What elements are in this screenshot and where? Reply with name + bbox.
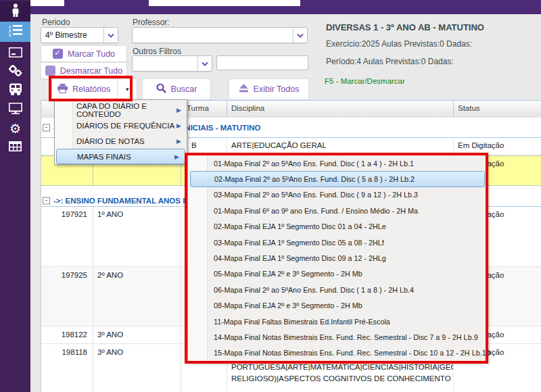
top-strip <box>30 6 541 14</box>
monitor-icon <box>9 103 22 117</box>
desmarcar-tudo-button[interactable]: Desmarcar Tudo <box>41 62 127 79</box>
disciplina-line: RELIGIOSO)|ASPECTOS COGNITIVOS DE CONHEC… <box>231 374 454 383</box>
buscar-button[interactable]: Buscar <box>142 78 211 100</box>
sidebar: 123 ⚙ <box>0 0 30 392</box>
submenu-item[interactable]: 06-Mapa Final 2º ao 5ºAno Ens. Fund. Dis… <box>188 282 487 297</box>
collapse-icon[interactable]: − <box>43 124 50 131</box>
submenu-item[interactable]: 01-Mapa Final 6º ao 9º ano Ens. Fund. / … <box>188 203 487 218</box>
marcar-tudo-label: Marcar Tudo <box>68 49 115 59</box>
mapas-finais-submenu: 01-Mapa Final 2º ao 5ºAno Ens. Fund. Dis… <box>187 153 488 362</box>
professor-label: Professor: <box>133 18 170 27</box>
submenu-item-label: 06-Mapa Final 2º ao 5ºAno Ens. Fund. Dis… <box>214 286 414 294</box>
dropdown-arrow-icon[interactable]: ▼ <box>117 79 137 99</box>
menu-item-label: MAPAS FINAIS <box>77 153 131 161</box>
submenu-item[interactable]: 04-Mapa Final EJA 1º Segmento Disc 09 a … <box>188 250 487 266</box>
cell-codigo: 197925 <box>41 267 93 326</box>
submenu-item[interactable]: 05-Mapa Final EJA 2º e 3º Segmento - 2H … <box>188 266 487 282</box>
menu-item-diarios-de-frequencia[interactable]: DIÁRIOS DE FREQUÊNCIA ▶ <box>55 118 187 133</box>
submenu-item-selected[interactable]: 02-Mapa Final 2º ao 5ºAno Ens. Fund. Dis… <box>190 171 485 187</box>
numbered-list-icon: 123 <box>9 24 22 39</box>
exibir-todos-button[interactable]: Exibir Todos <box>229 78 309 100</box>
submenu-item[interactable]: 08-Mapa Final EJA 2º e 3º Segmento - 2H … <box>188 298 487 314</box>
submenu-item-label: 01-Mapa Final 6º ao 9º ano Ens. Fund. / … <box>214 207 418 215</box>
submenu-item-label: 08-Mapa Final EJA 2º e 3º Segmento - 2H … <box>214 301 362 310</box>
outros-filtros-input[interactable] <box>216 55 308 70</box>
submenu-item-label: 03-Mapa Final 2º ao 5ºAno Ens. Fund. Dis… <box>214 191 418 199</box>
submenu-arrow-icon: ▶ <box>177 107 181 114</box>
chevron-down-icon[interactable] <box>103 28 118 43</box>
exercicio-info: Exercício:2025 Aulas Previstas:0 Dadas: <box>326 39 472 49</box>
cell-codigo: 198122 <box>41 326 93 343</box>
marcar-tudo-button[interactable]: Marcar Tudo <box>41 45 127 62</box>
sidebar-item-computer[interactable] <box>0 99 30 120</box>
eject-icon <box>239 84 249 95</box>
page-title: DIVERSAS 1 - 3º ANO AB - MATUTINO <box>326 22 484 32</box>
cell-ano: 3º ANO <box>93 344 181 392</box>
puzzle-pieces-icon <box>9 65 22 80</box>
checked-checkbox-icon <box>53 49 63 59</box>
submenu-item-label: 02-Mapa Final EJA 1º Segmento Disc 01 a … <box>214 222 386 230</box>
submenu-arrow-icon: ▶ <box>174 153 179 160</box>
relatorios-label: Relatórios <box>72 84 110 94</box>
cell-ano: 1º ANO <box>93 206 181 266</box>
collapse-icon[interactable]: − <box>43 197 50 204</box>
cell-codigo: 197921 <box>41 206 93 266</box>
column-header-turma[interactable]: Turma <box>181 101 227 118</box>
chevron-down-icon[interactable] <box>293 28 307 43</box>
unchecked-checkbox-icon <box>45 66 55 76</box>
menu-item-capa-do-diario[interactable]: CAPA DO DIÁRIO E CONTEÚDO ▶ <box>55 102 187 118</box>
sidebar-item-modules[interactable] <box>0 62 30 82</box>
outros-filtros-label: Outros Filtros <box>133 47 181 56</box>
submenu-item-label: 03-Mapa Final EJA 1º Segmento Disc 05 a … <box>214 239 384 247</box>
person-icon <box>9 3 22 20</box>
sidebar-item-diary-list[interactable]: 123 <box>0 22 30 42</box>
gear-icon: ⚙ <box>9 122 21 135</box>
submenu-item-label: 02-Mapa Final 2º ao 5ºAno Ens. Fund. Dis… <box>214 175 415 183</box>
cell-ano: 3º ANO <box>93 326 181 343</box>
submenu-item[interactable]: 03-Mapa Final EJA 1º Segmento Disc 05 a … <box>188 235 487 250</box>
shortcut-hint: F5 - Marcar/Desmarcar <box>325 77 405 85</box>
sidebar-item-person[interactable] <box>0 1 30 22</box>
desmarcar-tudo-label: Desmarcar Tudo <box>60 66 122 76</box>
relatorios-button[interactable]: Relatórios ▼ <box>51 78 137 100</box>
periodo-label: Periodo <box>42 18 70 27</box>
svg-text:3: 3 <box>9 33 11 37</box>
submenu-item-label: 15-Mapa Final Notas Bimestrais Ens. Fund… <box>214 349 490 357</box>
menu-item-mapas-finais[interactable]: MAPAS FINAIS ▶ <box>56 149 185 164</box>
submenu-item[interactable]: 14-Mapa Final Notas Bimestrais Ens. Fund… <box>188 329 487 345</box>
menu-item-label: CAPA DO DIÁRIO E CONTEÚDO <box>76 102 187 118</box>
periodo-value: 4º Bimestre <box>41 30 103 40</box>
buscar-label: Buscar <box>171 84 197 94</box>
submenu-arrow-icon: ▶ <box>177 138 181 145</box>
sidebar-item-transport[interactable] <box>0 80 30 101</box>
id-card-icon <box>9 47 22 60</box>
chevron-down-icon[interactable] <box>197 56 212 71</box>
submenu-item[interactable]: 01-Mapa Final 2º ao 5ºAno Ens. Fund. Dis… <box>188 155 487 171</box>
submenu-arrow-icon: ▶ <box>177 122 181 129</box>
submenu-item-label: 11-Mapa Final Faltas Bimestrais Ed.Infan… <box>214 318 390 326</box>
menu-item-label: DIÁRIO DE NOTAS <box>76 137 145 145</box>
cell-ano: 2º ANO <box>93 267 181 326</box>
exibir-todos-label: Exibir Todos <box>254 84 300 94</box>
submenu-item[interactable]: 03-Mapa Final 2º ao 5ºAno Ens. Fund. Dis… <box>188 187 487 203</box>
submenu-item[interactable]: 15-Mapa Final Notas Bimestrais Ens. Fund… <box>188 345 487 361</box>
submenu-item-label: 01-Mapa Final 2º ao 5ºAno Ens. Fund. Dis… <box>214 160 414 168</box>
menu-item-diario-de-notas[interactable]: DIÁRIO DE NOTAS ▶ <box>55 133 187 149</box>
top-tab <box>64 0 149 6</box>
sidebar-item-settings[interactable]: ⚙ <box>0 118 30 139</box>
submenu-item[interactable]: 11-Mapa Final Faltas Bimestrais Ed.Infan… <box>188 314 487 329</box>
column-header-disciplina[interactable]: Disciplina <box>227 101 454 118</box>
professor-select[interactable] <box>132 27 308 43</box>
sidebar-item-tables[interactable] <box>0 137 30 157</box>
submenu-item-label: 05-Mapa Final EJA 2º e 3º Segmento - 2H … <box>214 270 362 278</box>
periodo-select[interactable]: 4º Bimestre <box>41 27 118 43</box>
disciplina-line: PORTUGUESA|ARTE|MATEMATICA|CIENCIAS|HIST… <box>231 363 454 371</box>
search-icon <box>156 83 166 95</box>
menu-item-label: DIÁRIOS DE FREQUÊNCIA <box>76 122 174 130</box>
outros-filtros-select[interactable] <box>132 55 212 72</box>
column-header-status[interactable]: Status <box>454 101 541 118</box>
printer-icon <box>57 84 68 95</box>
sidebar-item-card[interactable] <box>0 43 30 64</box>
submenu-item-label: 14-Mapa Final Notas Bimestrais Ens. Fund… <box>214 333 478 341</box>
submenu-item[interactable]: 02-Mapa Final EJA 1º Segmento Disc 01 a … <box>188 219 487 235</box>
